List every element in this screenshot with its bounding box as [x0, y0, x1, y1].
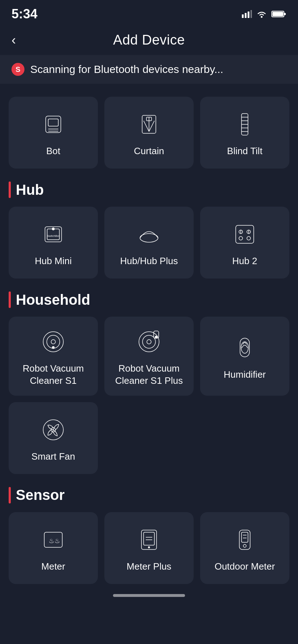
device-card-humidifier[interactable]: Humidifier [200, 317, 289, 396]
device-card-blind-tilt[interactable]: Blind Tilt [200, 97, 289, 169]
svg-rect-1 [245, 13, 247, 18]
page-title: Add Device [113, 32, 185, 48]
back-button[interactable]: ‹ [12, 33, 16, 48]
svg-rect-7 [272, 12, 283, 16]
humidifier-icon [230, 334, 259, 362]
svg-point-32 [247, 236, 250, 240]
svg-rect-55 [239, 530, 250, 549]
device-card-meter[interactable]: ♨♨ Meter [9, 512, 98, 584]
status-bar: 5:34 [0, 0, 298, 25]
svg-point-25 [52, 228, 54, 230]
svg-point-57 [243, 544, 246, 547]
sensor-section-bar [9, 487, 11, 503]
wifi-icon [256, 10, 267, 18]
scan-icon-label: S [15, 65, 20, 74]
device-card-meter-plus[interactable]: Meter Plus [104, 512, 194, 584]
smart-fan-icon [39, 415, 68, 444]
scanning-icon: S [12, 63, 24, 76]
hub-plus-label: Hub/Hub Plus [120, 255, 178, 267]
curtain-icon [135, 110, 163, 139]
hub-2-icon [230, 220, 259, 249]
hub-section: Hub SwitchBot Hub Mini [9, 181, 289, 279]
content-area: Bot Curtain [0, 97, 298, 584]
hub-device-grid: SwitchBot Hub Mini Hub/Hub Plus [9, 207, 289, 279]
meter-plus-icon [135, 525, 163, 554]
svg-point-4 [261, 16, 263, 18]
svg-point-39 [139, 332, 159, 352]
device-card-smart-fan[interactable]: Smart Fan [9, 402, 98, 474]
household-device-grid: Robot Vacuum Cleaner S1 Robot Vacuum Cle… [9, 317, 289, 474]
home-indicator [0, 588, 298, 601]
device-card-hub-mini[interactable]: SwitchBot Hub Mini [9, 207, 98, 279]
svg-rect-28 [236, 225, 254, 243]
meter-plus-label: Meter Plus [127, 561, 171, 573]
hub-section-title: Hub [16, 182, 44, 198]
svg-rect-0 [242, 14, 244, 18]
svg-line-16 [149, 121, 154, 132]
bot-section: Bot Curtain [9, 97, 289, 169]
smart-fan-label: Smart Fan [31, 451, 75, 463]
household-section: Household Robot Vacuum Cleaner S1 [9, 291, 289, 474]
svg-rect-9 [48, 119, 58, 126]
device-card-hub-2[interactable]: Hub 2 [200, 207, 289, 279]
robot-vacuum-s1-label: Robot Vacuum Cleaner S1 [14, 363, 92, 387]
sensor-device-grid: ♨♨ Meter Meter Plus [9, 512, 289, 584]
svg-point-37 [51, 340, 55, 344]
device-card-robot-vacuum-s1-plus[interactable]: Robot Vacuum Cleaner S1 Plus [104, 317, 194, 396]
status-icons [242, 10, 286, 18]
svg-rect-3 [250, 10, 252, 18]
home-bar [113, 594, 185, 597]
svg-rect-6 [284, 13, 286, 15]
robot-vacuum-s1-icon [39, 327, 68, 356]
meter-icon: ♨♨ [39, 525, 68, 554]
meter-label: Meter [41, 561, 65, 573]
svg-point-38 [52, 346, 54, 349]
bot-device-grid: Bot Curtain [9, 97, 289, 169]
svg-rect-2 [248, 12, 249, 18]
svg-point-27 [140, 234, 158, 242]
svg-rect-56 [241, 532, 248, 542]
outdoor-meter-label: Outdoor Meter [215, 561, 275, 573]
household-section-header: Household [9, 291, 289, 308]
scanning-text: Scanning for Bluetooth devices nearby... [30, 63, 223, 75]
svg-line-15 [144, 121, 149, 132]
svg-text:♨♨: ♨♨ [49, 537, 60, 544]
svg-point-31 [239, 236, 243, 240]
device-card-bot[interactable]: Bot [9, 97, 98, 169]
sensor-section: Sensor ♨♨ Meter [9, 487, 289, 584]
household-section-title: Household [16, 292, 90, 308]
hub-mini-icon: SwitchBot [39, 220, 68, 249]
hub-plus-icon [135, 220, 163, 249]
header: ‹ Add Device [0, 25, 298, 55]
blind-tilt-icon [230, 110, 259, 139]
curtain-label: Curtain [134, 145, 164, 157]
svg-point-43 [155, 336, 157, 338]
device-card-outdoor-meter[interactable]: Outdoor Meter [200, 512, 289, 584]
svg-rect-44 [240, 338, 249, 357]
sensor-section-header: Sensor [9, 487, 289, 503]
status-time: 5:34 [12, 6, 37, 22]
signal-icon [242, 10, 252, 18]
blind-tilt-label: Blind Tilt [227, 145, 262, 157]
hub-mini-label: Hub Mini [35, 255, 72, 267]
scanning-banner: S Scanning for Bluetooth devices nearby.… [0, 55, 298, 84]
svg-text:SwitchBot: SwitchBot [47, 234, 60, 238]
svg-rect-51 [144, 532, 154, 545]
bot-icon [39, 110, 68, 139]
sensor-section-title: Sensor [16, 487, 65, 503]
humidifier-label: Humidifier [224, 369, 266, 381]
svg-point-54 [148, 547, 150, 548]
robot-vacuum-s1-plus-icon [135, 327, 163, 356]
device-card-curtain[interactable]: Curtain [104, 97, 194, 169]
device-card-hub-plus[interactable]: Hub/Hub Plus [104, 207, 194, 279]
household-section-bar [9, 291, 11, 308]
hub-section-bar [9, 181, 11, 198]
robot-vacuum-s1-plus-label: Robot Vacuum Cleaner S1 Plus [110, 363, 188, 387]
device-card-robot-vacuum-s1[interactable]: Robot Vacuum Cleaner S1 [9, 317, 98, 396]
svg-point-41 [147, 340, 151, 344]
hub-2-label: Hub 2 [232, 255, 257, 267]
battery-icon [271, 10, 286, 18]
bot-label: Bot [46, 145, 60, 157]
hub-section-header: Hub [9, 181, 289, 198]
outdoor-meter-icon [230, 525, 259, 554]
